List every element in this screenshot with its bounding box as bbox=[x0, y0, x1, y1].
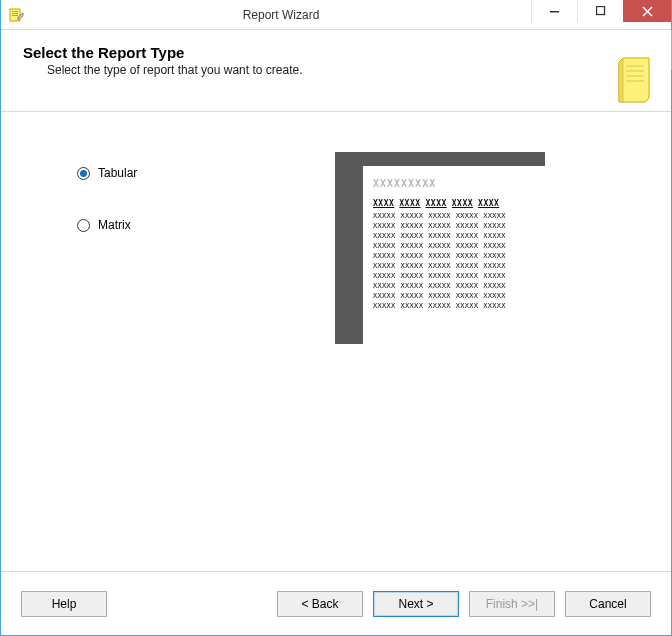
preview-row: XXXXXXXXXXXXXXXXXXXXXXXXX bbox=[373, 232, 535, 240]
preview-row: XXXXXXXXXXXXXXXXXXXXXXXXX bbox=[373, 252, 535, 260]
preview-row: XXXXXXXXXXXXXXXXXXXXXXXXX bbox=[373, 292, 535, 300]
preview-title: XXXXXXXXX bbox=[373, 178, 535, 189]
svg-rect-4 bbox=[550, 11, 559, 13]
preview-cell: XXXXX bbox=[401, 252, 424, 260]
preview-row: XXXXXXXXXXXXXXXXXXXXXXXXX bbox=[373, 302, 535, 310]
preview-cell: XXXXX bbox=[483, 282, 506, 290]
wizard-header: Select the Report Type Select the type o… bbox=[1, 30, 671, 112]
preview-cell: XXXXX bbox=[483, 242, 506, 250]
report-type-group: Tabular Matrix bbox=[77, 166, 137, 270]
report-preview: XXXXXXXXX XXXXXXXXXXXXXXXXXXXX XXXXXXXXX… bbox=[335, 152, 545, 344]
wizard-content: Tabular Matrix XXXXXXXXX XXXXXXXXXXXXXXX… bbox=[1, 112, 671, 560]
preview-page: XXXXXXXXX XXXXXXXXXXXXXXXXXXXX XXXXXXXXX… bbox=[363, 166, 545, 344]
preview-col-header: XXXX bbox=[399, 199, 420, 208]
preview-cell: XXXXX bbox=[373, 302, 396, 310]
preview-cell: XXXXX bbox=[456, 222, 479, 230]
preview-cell: XXXXX bbox=[483, 252, 506, 260]
preview-col-header: XXXX bbox=[452, 199, 473, 208]
radio-icon bbox=[77, 219, 90, 232]
preview-cell: XXXXX bbox=[483, 212, 506, 220]
preview-cell: XXXXX bbox=[456, 292, 479, 300]
radio-matrix[interactable]: Matrix bbox=[77, 218, 137, 232]
preview-cell: XXXXX bbox=[456, 262, 479, 270]
svg-marker-9 bbox=[619, 58, 623, 102]
close-icon bbox=[642, 6, 653, 17]
radio-icon bbox=[77, 167, 90, 180]
close-button[interactable] bbox=[623, 0, 671, 22]
preview-cell: XXXXX bbox=[428, 292, 451, 300]
preview-cell: XXXXX bbox=[373, 242, 396, 250]
preview-cell: XXXXX bbox=[401, 302, 424, 310]
preview-cell: XXXXX bbox=[401, 212, 424, 220]
preview-cell: XXXXX bbox=[428, 262, 451, 270]
preview-cell: XXXXX bbox=[456, 252, 479, 260]
window-controls bbox=[531, 0, 671, 22]
preview-cell: XXXXX bbox=[401, 282, 424, 290]
preview-col-header: XXXX bbox=[373, 199, 394, 208]
preview-cell: XXXXX bbox=[373, 232, 396, 240]
cancel-button[interactable]: Cancel bbox=[565, 591, 651, 617]
help-button[interactable]: Help bbox=[21, 591, 107, 617]
preview-cell: XXXXX bbox=[373, 212, 396, 220]
radio-tabular[interactable]: Tabular bbox=[77, 166, 137, 180]
preview-cell: XXXXX bbox=[483, 272, 506, 280]
preview-rows: XXXXXXXXXXXXXXXXXXXXXXXXXXXXXXXXXXXXXXXX… bbox=[373, 212, 535, 310]
finish-button[interactable]: Finish >>| bbox=[469, 591, 555, 617]
report-wizard-window: Report Wizard Select the Report Type Sel… bbox=[0, 0, 672, 636]
page-subtitle: Select the type of report that you want … bbox=[47, 63, 649, 77]
preview-cell: XXXXX bbox=[456, 302, 479, 310]
preview-cell: XXXXX bbox=[401, 242, 424, 250]
preview-cell: XXXXX bbox=[483, 222, 506, 230]
preview-row: XXXXXXXXXXXXXXXXXXXXXXXXX bbox=[373, 272, 535, 280]
titlebar: Report Wizard bbox=[1, 0, 671, 30]
window-title: Report Wizard bbox=[31, 0, 531, 29]
minimize-icon bbox=[550, 6, 560, 16]
report-icon bbox=[617, 56, 657, 107]
preview-cell: XXXXX bbox=[456, 212, 479, 220]
preview-cell: XXXXX bbox=[456, 232, 479, 240]
preview-cell: XXXXX bbox=[401, 232, 424, 240]
preview-row: XXXXXXXXXXXXXXXXXXXXXXXXX bbox=[373, 222, 535, 230]
preview-cell: XXXXX bbox=[428, 222, 451, 230]
minimize-button[interactable] bbox=[531, 0, 577, 22]
preview-cell: XXXXX bbox=[428, 282, 451, 290]
preview-cell: XXXXX bbox=[373, 272, 396, 280]
preview-cell: XXXXX bbox=[428, 302, 451, 310]
preview-cell: XXXXX bbox=[401, 222, 424, 230]
preview-cell: XXXXX bbox=[428, 252, 451, 260]
maximize-button[interactable] bbox=[577, 0, 623, 22]
preview-col-header: XXXX bbox=[478, 199, 499, 208]
radio-label: Matrix bbox=[98, 218, 131, 232]
page-title: Select the Report Type bbox=[23, 44, 649, 61]
radio-label: Tabular bbox=[98, 166, 137, 180]
svg-rect-3 bbox=[12, 15, 18, 16]
preview-row: XXXXXXXXXXXXXXXXXXXXXXXXX bbox=[373, 282, 535, 290]
preview-row: XXXXXXXXXXXXXXXXXXXXXXXXX bbox=[373, 212, 535, 220]
preview-col-header: XXXX bbox=[426, 199, 447, 208]
svg-rect-2 bbox=[12, 13, 18, 14]
preview-cell: XXXXX bbox=[428, 242, 451, 250]
preview-cell: XXXXX bbox=[456, 272, 479, 280]
preview-cell: XXXXX bbox=[401, 272, 424, 280]
preview-cell: XXXXX bbox=[373, 262, 396, 270]
preview-row: XXXXXXXXXXXXXXXXXXXXXXXXX bbox=[373, 242, 535, 250]
preview-cell: XXXXX bbox=[483, 302, 506, 310]
svg-rect-1 bbox=[12, 11, 18, 12]
back-button[interactable]: < Back bbox=[277, 591, 363, 617]
preview-cell: XXXXX bbox=[373, 282, 396, 290]
preview-cell: XXXXX bbox=[373, 252, 396, 260]
preview-cell: XXXXX bbox=[428, 232, 451, 240]
preview-cell: XXXXX bbox=[373, 222, 396, 230]
wizard-button-bar: Help < Back Next > Finish >>| Cancel bbox=[1, 571, 671, 635]
preview-cell: XXXXX bbox=[456, 282, 479, 290]
preview-cell: XXXXX bbox=[483, 232, 506, 240]
preview-cell: XXXXX bbox=[401, 262, 424, 270]
preview-cell: XXXXX bbox=[456, 242, 479, 250]
app-icon bbox=[1, 0, 31, 29]
maximize-icon bbox=[596, 6, 606, 16]
preview-cell: XXXXX bbox=[401, 292, 424, 300]
next-button[interactable]: Next > bbox=[373, 591, 459, 617]
preview-cell: XXXXX bbox=[428, 212, 451, 220]
preview-row: XXXXXXXXXXXXXXXXXXXXXXXXX bbox=[373, 262, 535, 270]
preview-cell: XXXXX bbox=[483, 262, 506, 270]
